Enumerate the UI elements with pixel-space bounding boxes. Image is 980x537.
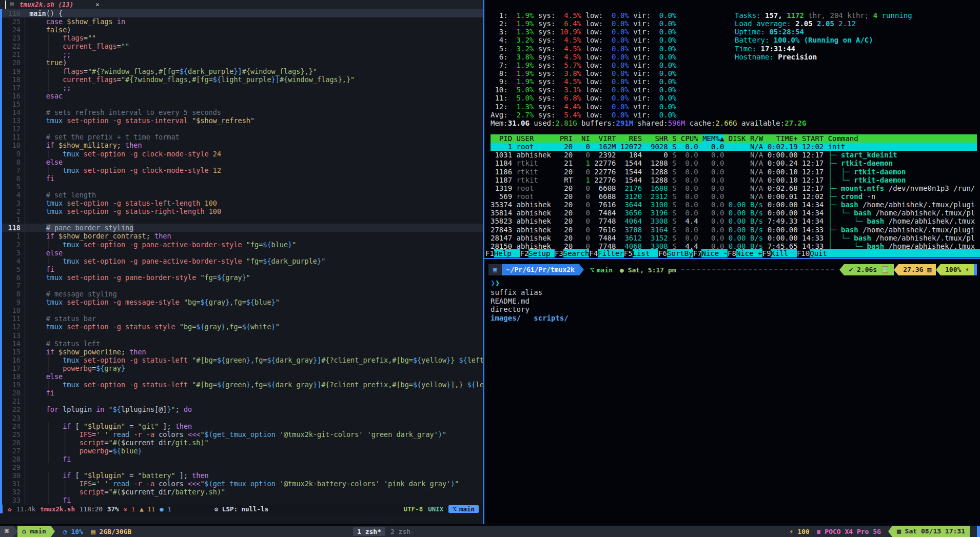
- fkey-label-help[interactable]: Help: [494, 249, 520, 257]
- indent-guides: [29, 232, 46, 240]
- process-row[interactable]: 35823 abhishek 20 0 7748 4064 3308 S 4.4…: [491, 217, 977, 225]
- fkey-f3[interactable]: F3: [555, 249, 563, 257]
- gutter-separator: │: [21, 125, 29, 133]
- indent-guides: │: [29, 471, 63, 480]
- fkey-label-kill[interactable]: Kill: [771, 249, 797, 257]
- shell-prompt-arrows[interactable]: ❯❯: [491, 279, 500, 288]
- process-row[interactable]: 1186 rtkit 20 0 22776 1544 1288 S 0.0 0.…: [491, 168, 977, 176]
- fkey-f9[interactable]: F9: [762, 249, 771, 257]
- process-row[interactable]: 35374 abhishek 20 0 7616 3644 3100 S 0.0…: [491, 201, 977, 209]
- column-header-pid[interactable]: PID: [491, 134, 512, 143]
- code-line: 30│ │ if [ "$lplugin" = "battery" ]; the…: [2, 471, 483, 480]
- cpu-row: 12: 1.3% sys: 4.4% low: 0.0% vir: 0.0%: [491, 103, 806, 111]
- indent-guides: │: [29, 356, 63, 364]
- line-number: 12: [2, 125, 21, 133]
- column-header-time+[interactable]: TIME+: [768, 134, 798, 143]
- fkey-label-setup[interactable]: Setup: [528, 249, 555, 257]
- column-header-virt[interactable]: VIRT: [594, 134, 616, 143]
- column-header-command[interactable]: Command: [828, 134, 858, 143]
- column-header-diskrw[interactable]: DISK R/W: [729, 134, 763, 143]
- process-row[interactable]: 1 root 20 0 162M 12072 9028 S 0.0 0.0 N/…: [491, 143, 977, 151]
- tab-filename[interactable]: tmux2k.sh (13): [19, 1, 73, 8]
- fkey-label-list[interactable]: List: [633, 249, 659, 257]
- code-line: 33│ │ fi: [2, 496, 483, 504]
- fkey-f1[interactable]: F1: [485, 249, 494, 257]
- column-header-mem%[interactable]: MEM%▲: [702, 134, 724, 143]
- gutter-separator: │: [21, 265, 29, 273]
- column-header-shr[interactable]: SHR: [646, 134, 668, 143]
- code-line: 15│: [2, 100, 483, 108]
- gutter-separator: │: [21, 9, 29, 17]
- process-row[interactable]: 1187 rtkit RT 1 22776 1544 1288 S 0.0 0.…: [491, 176, 977, 184]
- fkey-f7[interactable]: F7: [693, 249, 702, 257]
- gutter-separator: │: [21, 224, 29, 232]
- fkey-f5[interactable]: F5: [624, 249, 633, 257]
- fkey-label-nice[interactable]: Nice +: [736, 249, 762, 257]
- gutter-separator: │: [21, 75, 29, 84]
- prompt-end-cap: [974, 264, 977, 275]
- indent-guides: [29, 348, 46, 356]
- tmux-window-inactive[interactable]: 2 zsh-: [390, 528, 415, 535]
- column-header-s[interactable]: S: [672, 134, 676, 143]
- directory-entry[interactable]: scripts/: [534, 314, 577, 322]
- process-row[interactable]: 1184 rtkit 21 1 22776 1544 1288 S 0.0 0.…: [491, 159, 977, 167]
- scroll-percent: 37%: [107, 505, 119, 513]
- column-header-ni[interactable]: NI: [577, 134, 590, 143]
- prompt-arrow-icon: ❯: [491, 279, 495, 288]
- column-header-cpu%[interactable]: CPU%: [681, 134, 698, 143]
- column-header-res[interactable]: RES: [620, 134, 642, 143]
- process-table-header[interactable]: PID USER PRI NI VIRT RES SHR S CPU% MEM%…: [491, 134, 977, 143]
- fkey-f6[interactable]: F6: [658, 249, 667, 257]
- gutter-separator: │: [21, 34, 29, 42]
- fkey-f10[interactable]: F10: [797, 249, 810, 257]
- code-line: 23│ │ flags="": [2, 34, 483, 42]
- code-line: 22│ │ current_flags="": [2, 42, 483, 50]
- gutter-separator: │: [21, 141, 29, 149]
- line-number: 29: [2, 463, 21, 471]
- active-tab-indicator: [5, 1, 6, 9]
- fkey-f8[interactable]: F8: [728, 249, 736, 257]
- column-header-pri[interactable]: PRI: [560, 134, 573, 143]
- line-number: 19: [2, 67, 21, 75]
- tmux-window-active[interactable]: 1 zsh*: [353, 527, 385, 536]
- process-table: PID USER PRI NI VIRT RES SHR S CPU% MEM%…: [491, 134, 977, 250]
- line-number: 25: [2, 17, 21, 26]
- fkey-label-filter[interactable]: Filter: [598, 249, 624, 257]
- code-line: 3│ tmux set-option -g status-left-length…: [2, 199, 483, 207]
- tab-close-icon[interactable]: ×: [95, 1, 100, 8]
- process-row[interactable]: 35814 abhishek 20 0 7484 3656 3196 S 0.0…: [491, 209, 977, 217]
- shell-prompt-header: ▣ ~/Pr/Gi/Pr/tmux2k ⌥ main ● Sat, 5:17 p…: [488, 264, 977, 275]
- fkey-label-quit[interactable]: Quit: [810, 249, 980, 257]
- fkey-f2[interactable]: F2: [520, 249, 528, 257]
- gutter-separator: │: [21, 496, 29, 504]
- line-number: 30: [2, 471, 21, 480]
- gutter-separator: │: [21, 463, 29, 471]
- fkey-label-nice[interactable]: Nice -: [701, 249, 728, 257]
- pane-border-horizontal[interactable]: [484, 258, 980, 259]
- indent-guides: [29, 372, 46, 381]
- fkey-f4[interactable]: F4: [589, 249, 598, 257]
- htop-function-bar: F1Help F2Setup F3SearchF4FilterF5List F6…: [485, 249, 980, 257]
- gutter-separator: │: [21, 331, 29, 340]
- cpu-usage: ◔ 10%: [63, 528, 83, 535]
- powerline-separator: [894, 264, 898, 275]
- indent-guides: │ │: [29, 447, 80, 455]
- lsp-status: ⚙ LSP: null-ls: [214, 505, 268, 513]
- treesitter-context-line: 110│main() {: [2, 9, 483, 17]
- column-header-start[interactable]: START: [802, 134, 824, 143]
- column-header-user[interactable]: USER: [517, 134, 556, 143]
- session-name[interactable]: ⌂ main: [17, 526, 51, 537]
- system-info: Tasks: 157, 1172 thr, 204 kthr; 4 runnin…: [735, 11, 912, 61]
- process-row[interactable]: 1319 root 20 0 6608 2176 1688 S 0.0 0.0 …: [491, 184, 977, 192]
- shell-output-line: README.md: [491, 297, 577, 306]
- fkey-label-sortby[interactable]: SortBy: [667, 249, 693, 257]
- directory-entry[interactable]: images/: [491, 314, 534, 322]
- fkey-label-search[interactable]: Search: [563, 249, 590, 257]
- gutter-separator: │: [21, 241, 29, 249]
- indent-guides: │ │: [29, 480, 80, 488]
- process-row[interactable]: 28147 abhishek 20 0 7484 3612 3152 S 0.0…: [491, 234, 977, 242]
- process-row[interactable]: 27843 abhishek 20 0 7616 3708 3164 S 0.0…: [491, 226, 977, 234]
- process-row[interactable]: 569 root 20 0 6688 3120 2312 S 0.0 0.0 N…: [491, 192, 977, 201]
- pane-border-vertical[interactable]: [483, 0, 484, 524]
- process-row[interactable]: 1031 abhishek 20 0 2392 104 0 S 0.0 0.0 …: [491, 151, 977, 159]
